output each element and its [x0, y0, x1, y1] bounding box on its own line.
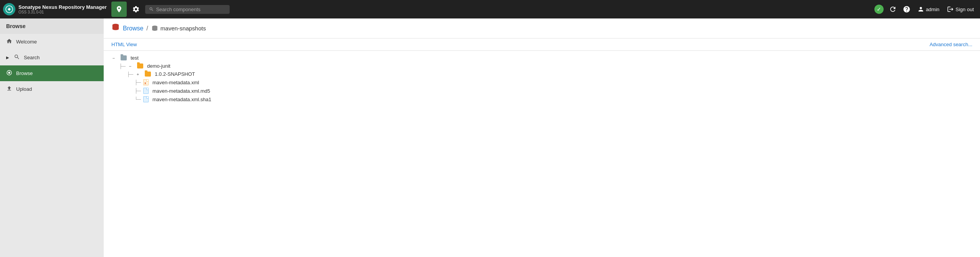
tree-node-test[interactable]: − test — [104, 54, 980, 62]
app-logo: Sonatype Nexus Repository Manager OSS 3.… — [3, 3, 107, 15]
sidebar-item-welcome[interactable]: Welcome — [0, 34, 104, 50]
tree-label-snapshot: 1.0.2-SNAPSHOT — [155, 71, 195, 77]
help-button[interactable] — [901, 3, 913, 15]
svg-text:X: X — [144, 82, 146, 85]
tree-node-maven-xml[interactable]: ├─ X maven-metadata.xml — [104, 78, 980, 87]
browse-icon — [6, 70, 12, 77]
html-view-link[interactable]: HTML View — [111, 42, 137, 47]
connector-maven-sha1: └─ — [134, 97, 141, 102]
welcome-icon — [6, 38, 12, 45]
sidebar: Browse Welcome ▶ Search — [0, 18, 104, 257]
tree-label-maven-sha1: maven-metadata.xml.sha1 — [152, 97, 211, 102]
connector-snapshot: ├─ — [127, 72, 133, 77]
refresh-button[interactable] — [887, 3, 899, 15]
tree-label-test: test — [131, 55, 139, 61]
system-status-icon[interactable]: ✓ — [873, 3, 885, 15]
search-input[interactable] — [156, 7, 225, 12]
content-area: Browse / maven-snapshots HTML View Advan… — [104, 18, 980, 257]
search-box[interactable] — [145, 5, 230, 14]
connector-demo-junit: ├─ — [119, 63, 126, 69]
app-logo-text: Sonatype Nexus Repository Manager OSS 3.… — [18, 4, 107, 14]
topnav: Sonatype Nexus Repository Manager OSS 3.… — [0, 0, 980, 18]
file-maven-xml-icon: X — [143, 79, 149, 85]
tree-node-demo-junit[interactable]: ├─ − demo-junit — [104, 62, 980, 70]
nav-right: ✓ admin Sign out — [873, 3, 977, 15]
sidebar-item-upload[interactable]: Upload — [0, 81, 104, 97]
breadcrumb-db-icon — [111, 23, 120, 33]
upload-icon — [6, 85, 12, 93]
browse-nav-button[interactable] — [111, 2, 127, 17]
expand-snapshot-icon: + — [136, 72, 140, 77]
folder-test-icon — [121, 55, 127, 60]
folder-demo-junit-icon — [137, 63, 143, 68]
main-layout: Browse Welcome ▶ Search — [0, 18, 980, 257]
sidebar-item-search[interactable]: ▶ Search — [0, 50, 104, 65]
search-icon — [14, 54, 20, 61]
tree-node-maven-md5[interactable]: ├─ maven-metadata.xml.md5 — [104, 87, 980, 95]
tree-label-maven-md5: maven-metadata.xml.md5 — [152, 88, 210, 94]
app-subtitle: OSS 3.31.0-01 — [18, 10, 107, 14]
tree-area: − test ├─ − demo-junit ├─ + 1.0.2-SNAPSH… — [104, 51, 980, 257]
connector-maven-md5: ├─ — [134, 88, 141, 93]
signout-label: Sign out — [955, 7, 974, 12]
status-check-icon: ✓ — [874, 5, 884, 14]
svg-point-2 — [8, 72, 10, 73]
breadcrumb-bar: Browse / maven-snapshots — [104, 18, 980, 38]
search-expand-arrow: ▶ — [6, 55, 9, 60]
tree-label-maven-xml: maven-metadata.xml — [152, 80, 199, 85]
breadcrumb-repo-name: maven-snapshots — [161, 25, 206, 32]
upload-label: Upload — [16, 86, 32, 92]
folder-snapshot-icon — [145, 72, 151, 77]
sidebar-header: Browse — [0, 18, 104, 34]
welcome-label: Welcome — [16, 39, 37, 45]
username-label: admin — [926, 7, 939, 12]
sidebar-item-browse[interactable]: Browse — [0, 65, 104, 81]
file-maven-sha1-icon — [143, 96, 149, 102]
search-label: Search — [24, 55, 40, 60]
breadcrumb-separator: / — [146, 25, 148, 32]
breadcrumb-browse-link[interactable]: Browse — [123, 25, 143, 32]
breadcrumb-current: maven-snapshots — [151, 25, 206, 32]
signout-button[interactable]: Sign out — [944, 4, 977, 14]
connector-maven-xml: ├─ — [134, 80, 141, 85]
browse-label: Browse — [16, 70, 33, 76]
advanced-search-link[interactable]: Advanced search... — [930, 42, 972, 47]
file-maven-md5-icon — [143, 88, 149, 94]
tree-node-maven-sha1[interactable]: └─ maven-metadata.xml.sha1 — [104, 95, 980, 103]
tree-label-demo-junit: demo-junit — [147, 63, 171, 69]
collapse-demo-junit-icon: − — [128, 64, 132, 68]
view-bar: HTML View Advanced search... — [104, 38, 980, 51]
tree-node-snapshot[interactable]: ├─ + 1.0.2-SNAPSHOT — [104, 70, 980, 78]
user-menu[interactable]: admin — [914, 4, 942, 14]
app-logo-icon — [3, 3, 15, 15]
app-title: Sonatype Nexus Repository Manager — [18, 4, 107, 10]
settings-nav-button[interactable] — [128, 2, 144, 17]
collapse-test-icon: − — [111, 56, 116, 60]
